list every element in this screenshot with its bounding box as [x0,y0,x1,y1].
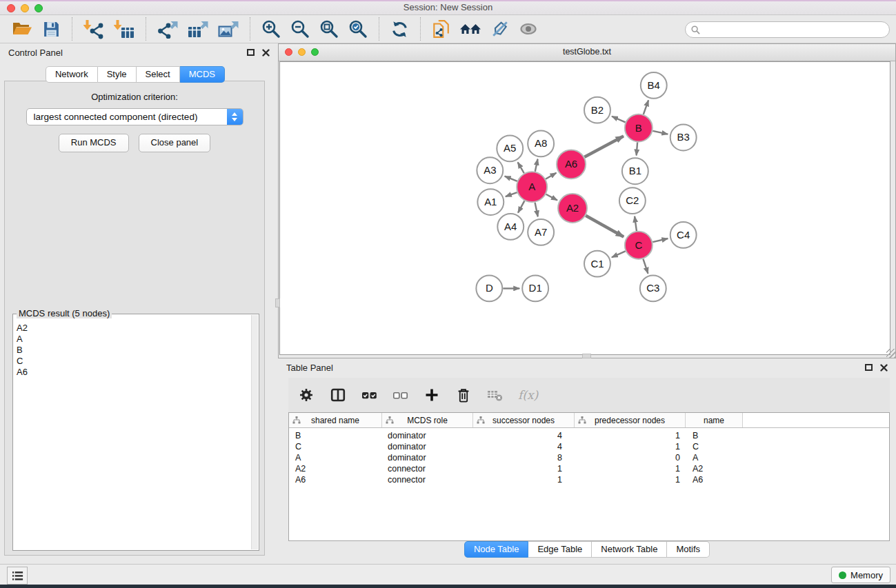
graph-node-A7[interactable]: A7 [528,219,554,245]
add-column-icon[interactable] [424,387,440,403]
column-header-mcds-role[interactable]: MCDS role [382,413,473,427]
hide-annotations-icon[interactable] [486,17,514,41]
delete-column-icon[interactable] [455,387,472,403]
float-panel-icon[interactable] [247,49,255,56]
result-scrollbar[interactable] [251,315,258,549]
tab-mcds[interactable]: MCDS [180,66,225,83]
graph-edge-C-C4[interactable] [653,239,668,242]
select-all-icon[interactable] [361,387,377,403]
graph-node-C[interactable]: C [625,232,653,259]
memory-button[interactable]: Memory [831,567,890,583]
network-canvas[interactable]: AA1A2A3A4A5A6A7A8BB1B2B3B4CC1C2C3C4DD1 [279,61,890,355]
graph-node-A3[interactable]: A3 [477,157,503,183]
deselect-all-icon[interactable] [392,387,408,403]
graph-edge-A-A1[interactable] [506,192,517,196]
mcds-result-item[interactable]: C [14,356,251,367]
tab-edge-table[interactable]: Edge Table [528,541,592,558]
apply-layout-icon[interactable] [386,17,414,41]
graph-node-A8[interactable]: A8 [528,131,554,157]
graph-node-B[interactable]: B [625,114,653,142]
mcds-result-item[interactable]: A2 [14,323,251,334]
zoom-in-icon[interactable] [257,17,286,41]
graph-edge-A-A8[interactable] [535,159,538,172]
search-input[interactable] [704,23,889,37]
graph-edge-A-A4[interactable] [518,201,524,212]
table-row[interactable]: Cdominator41C [289,441,889,452]
import-network-icon[interactable] [79,17,109,41]
export-table-icon[interactable] [183,17,213,41]
graph-node-B3[interactable]: B3 [670,125,697,151]
close-panel-icon[interactable] [262,49,270,57]
graph-edge-A-A5[interactable] [518,162,524,173]
column-header-name[interactable]: name [686,413,743,427]
home-icon[interactable] [455,17,486,41]
graph-edge-A6-B[interactable] [584,136,623,156]
column-header-shared-name[interactable]: shared name [289,413,382,427]
tab-style[interactable]: Style [98,66,137,83]
graph-edge-A-A7[interactable] [535,203,538,217]
graph-node-B2[interactable]: B2 [584,97,610,123]
network-document-icon[interactable] [427,17,455,41]
zoom-out-icon[interactable] [286,17,315,41]
graph-edge-A2-C[interactable] [586,216,624,237]
save-session-icon[interactable] [37,17,66,41]
table-row[interactable]: Bdominator41B [289,430,889,441]
close-panel-button[interactable]: Close panel [139,134,211,152]
graph-node-C2[interactable]: C2 [619,187,646,214]
minimize-window-icon[interactable] [21,4,29,12]
graph-edge-B-B2[interactable] [612,116,626,123]
graph-edge-B-B1[interactable] [637,142,637,155]
resize-grip[interactable] [886,349,895,358]
graph-edge-C-C3[interactable] [643,259,648,274]
criterion-select[interactable]: largest connected component (directed) [26,108,243,125]
vertical-scroll-thumb[interactable] [275,298,280,307]
settings-icon[interactable] [298,387,315,403]
import-table-icon[interactable] [109,17,139,41]
graph-node-A5[interactable]: A5 [497,135,523,161]
graph-node-C3[interactable]: C3 [640,276,666,302]
delete-table-icon[interactable] [487,389,503,402]
graph-edge-A-A6[interactable] [546,173,556,179]
graph-edge-B-B3[interactable] [653,131,668,134]
zoom-network-icon[interactable] [311,48,319,56]
run-mcds-button[interactable]: Run MCDS [59,134,129,152]
network-window-titlebar[interactable]: testGlobe.txt [279,44,895,61]
graph-node-A1[interactable]: A1 [477,189,504,215]
minimize-network-icon[interactable] [298,48,306,56]
mcds-result-item[interactable]: B [14,345,251,356]
close-panel-icon[interactable] [880,364,888,372]
graph-node-B4[interactable]: B4 [641,72,667,99]
mcds-result-item[interactable]: A6 [14,367,251,378]
table-row[interactable]: A2connector11A2 [289,463,889,474]
tab-network-table[interactable]: Network Table [592,541,667,558]
graph-node-A2[interactable]: A2 [558,194,587,223]
graph-edge-C-C2[interactable] [635,216,637,231]
column-header-successor-nodes[interactable]: successor nodes [473,413,575,427]
horizontal-scroll-thumb[interactable] [582,354,591,358]
graph-edge-A-A3[interactable] [505,176,517,181]
graph-node-A4[interactable]: A4 [497,214,524,240]
search-field[interactable] [685,21,890,38]
tab-node-table[interactable]: Node Table [464,541,529,558]
graph-node-B1[interactable]: B1 [622,158,648,184]
function-builder-icon[interactable]: f(x) [518,388,538,402]
tab-motifs[interactable]: Motifs [667,541,710,558]
graph-node-A6[interactable]: A6 [557,150,586,179]
graph-edge-A-A2[interactable] [546,194,557,201]
table-row[interactable]: Adominator80A [289,452,889,463]
export-network-icon[interactable] [152,17,183,41]
graph-edge-B-B4[interactable] [644,100,648,114]
close-network-icon[interactable] [285,48,292,56]
tab-network[interactable]: Network [46,66,98,83]
graph-node-A[interactable]: A [517,172,547,202]
table-row[interactable]: A6connector11A6 [289,474,889,485]
float-panel-icon[interactable] [865,364,873,371]
show-graphics-icon[interactable] [514,17,543,41]
graph-node-D1[interactable]: D1 [522,276,548,302]
zoom-selected-icon[interactable] [344,17,372,41]
mcds-result-item[interactable]: A [14,334,251,345]
graph-node-C1[interactable]: C1 [584,251,610,277]
column-header-predecessor-nodes[interactable]: predecessor nodes [575,413,686,427]
graph-node-D[interactable]: D [476,276,502,302]
open-session-icon[interactable] [7,17,37,41]
